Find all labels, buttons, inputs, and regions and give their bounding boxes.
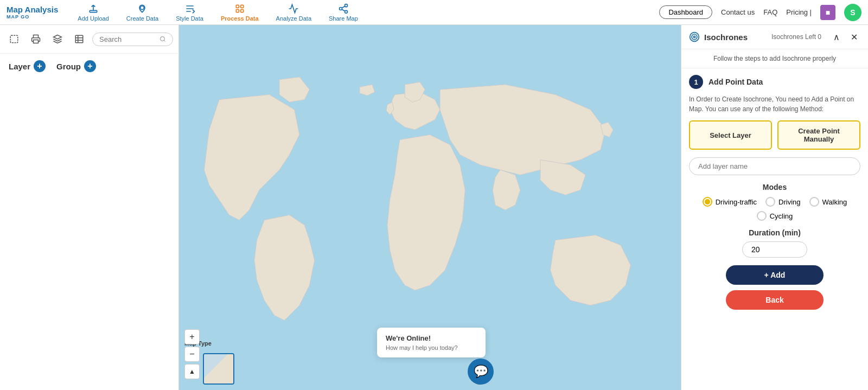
share-icon [338,3,349,14]
nav-analyze-data[interactable]: Analyze Data [267,0,320,25]
process-icon [234,3,245,14]
radio-driving-traffic [703,197,712,207]
svg-rect-3 [240,5,243,8]
upload-icon [88,3,99,14]
panel-header: Isochrones Isochrones Left 0 ∧ ✕ [681,25,868,49]
step-section: 1 Add Point Data In Order to Create Isoc… [681,68,868,324]
top-nav: Map Analysis MAP GO Add Upload Create Da… [0,0,868,25]
back-btn[interactable]: Back [726,290,824,310]
mode-driving-traffic[interactable]: Driving-traffic [703,197,757,207]
layer-name-input[interactable] [689,157,860,175]
panel-title: Isochrones [704,33,767,42]
radio-cycling [757,211,767,221]
style-icon [184,3,195,14]
main-area: Layer + Group + [0,25,868,390]
mode-driving[interactable]: Driving [765,197,800,207]
pin-icon [137,3,148,14]
chat-popup: We're Online! How may I help you today? [377,328,486,357]
nav-create-data[interactable]: Create Data [118,0,167,25]
svg-point-23 [693,36,695,37]
chat-popup-subtitle: How may I help you today? [386,344,477,351]
mode-cycling[interactable]: Cycling [757,211,793,221]
layers-btn[interactable] [49,30,66,48]
map-controls: + − ▲ [184,329,200,379]
dashboard-button[interactable]: Dashboard [659,5,712,19]
step-number: 1 [689,75,703,89]
modes-section: Modes Driving-traffic Driving Wal [689,183,860,221]
search-box [92,33,173,46]
radio-driving [765,197,775,207]
svg-point-18 [161,37,165,41]
radio-walking [809,197,819,207]
panel-collapse-btn[interactable]: ∧ [830,30,843,43]
search-icon [159,35,166,43]
chat-popup-title: We're Online! [386,334,477,342]
create-point-manually-btn[interactable]: Create Point Manually [777,120,860,150]
table-btn[interactable] [71,30,88,48]
add-btn[interactable]: + Add [726,265,824,285]
add-layer-btn[interactable]: + [34,60,46,72]
pricing-link[interactable]: Pricing | [786,8,812,16]
map-type-thumbnail[interactable] [203,353,234,385]
toolbar-row [0,25,178,54]
analyze-icon [288,3,299,14]
method-buttons: Select Layer Create Point Manually [689,120,860,150]
brand: Map Analysis MAP GO [7,5,58,20]
print-btn[interactable] [27,30,44,48]
step-header: 1 Add Point Data [689,75,860,89]
reset-north-btn[interactable]: ▲ [184,364,200,379]
svg-rect-11 [10,35,18,43]
select-icon [9,34,19,44]
left-panel: Layer + Group + [0,25,179,390]
layers-icon [53,34,62,44]
cube-icon[interactable]: ■ [820,5,835,20]
chat-bubble-btn[interactable]: 💬 [468,359,494,385]
brand-sub: MAP GO [7,14,29,20]
zoom-out-btn[interactable]: − [184,347,200,362]
add-group-btn[interactable]: + [84,60,96,72]
zoom-in-btn[interactable]: + [184,329,200,344]
svg-rect-12 [34,40,39,43]
group-btn[interactable]: Group + [56,60,96,72]
modes-row-2: Cycling [689,211,860,221]
search-input[interactable] [99,35,156,43]
svg-point-7 [339,7,342,10]
nav-share-map[interactable]: Share Map [320,0,367,25]
nav-style-data[interactable]: Style Data [167,0,212,25]
svg-point-8 [344,10,347,13]
nav-right: Dashboard Contact us FAQ Pricing | ■ S [659,4,861,21]
step-description: In Order to Create Isochrone, You need t… [689,94,860,114]
duration-input[interactable] [742,241,807,258]
svg-point-1 [141,6,144,10]
svg-rect-2 [236,5,239,8]
svg-marker-13 [54,35,62,40]
map-container[interactable]: Map Type + − ▲ i We're Online! How may I… [179,25,681,390]
panel-subtitle: Follow the steps to add Isochrone proper… [681,49,868,68]
mode-walking[interactable]: Walking [809,197,847,207]
select-tool-btn[interactable] [5,30,23,48]
panel-close-btn[interactable]: ✕ [847,30,860,43]
svg-rect-5 [240,9,243,12]
svg-point-22 [692,34,697,40]
svg-rect-0 [90,10,97,12]
nav-process-data[interactable]: Process Data [212,0,267,25]
svg-line-9 [342,9,345,11]
nav-add-upload[interactable]: Add Upload [69,0,118,25]
svg-point-6 [344,4,347,7]
modes-row-1: Driving-traffic Driving Walking [689,197,860,207]
modes-title: Modes [689,183,860,191]
faq-link[interactable]: FAQ [763,8,777,16]
radio-inner-driving-traffic [705,199,710,204]
isochrones-left-badge: Isochrones Left 0 [771,33,821,41]
isochrone-panel-icon [689,31,700,42]
duration-section: Duration (min) [689,228,860,258]
duration-title: Duration (min) [689,228,860,237]
step-title: Add Point Data [709,78,763,86]
svg-line-19 [164,40,165,41]
layer-btn[interactable]: Layer + [9,60,46,72]
print-icon [31,34,41,44]
contact-link[interactable]: Contact us [721,8,755,16]
svg-line-10 [342,6,345,8]
avatar[interactable]: S [844,4,861,21]
select-layer-btn[interactable]: Select Layer [689,120,772,150]
